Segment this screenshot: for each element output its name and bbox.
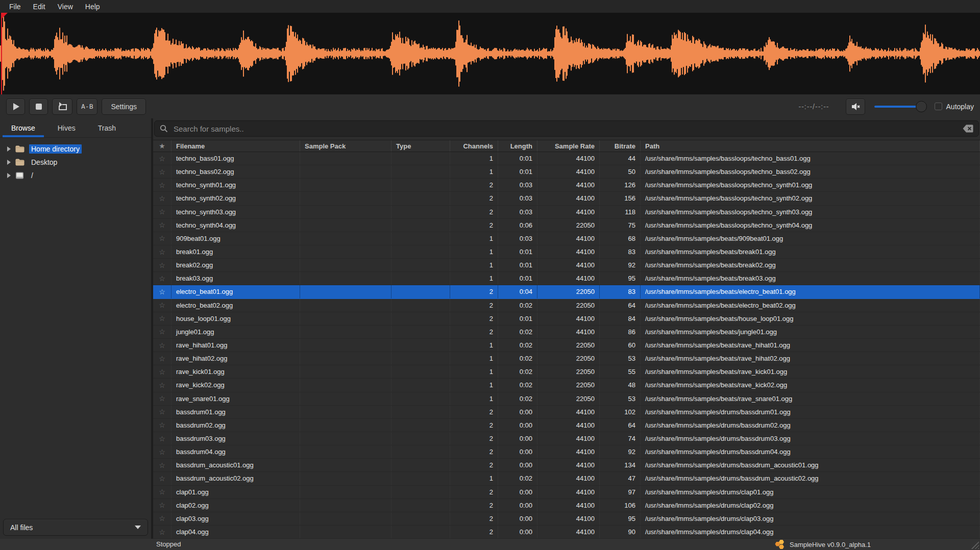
favorite-star-icon[interactable]: ☆ [153,499,172,512]
table-row[interactable]: ☆ bassdrum03.ogg 2 0:00 44100 74 /usr/sh… [153,432,980,445]
table-row[interactable]: ☆ clap03.ogg 2 0:00 44100 95 /usr/share/… [153,512,980,526]
tab-trash[interactable]: Trash [87,118,127,137]
column-header-bitrate[interactable]: Bitrate [600,140,641,152]
table-row[interactable]: ☆ rave_kick02.ogg 1 0:02 22050 48 /usr/s… [153,379,980,392]
favorite-star-icon[interactable]: ☆ [153,392,172,405]
table-row[interactable]: ☆ jungle01.ogg 2 0:02 44100 86 /usr/shar… [153,326,980,339]
favorite-star-icon[interactable]: ☆ [153,526,172,538]
column-header-length[interactable]: Length [498,140,537,152]
favorite-star-icon[interactable]: ☆ [153,486,172,498]
table-row[interactable]: ☆ clap02.ogg 2 0:00 44100 106 /usr/share… [153,499,980,512]
table-row[interactable]: ☆ bassdrum_acoustic01.ogg 2 0:00 44100 1… [153,459,980,472]
mute-button[interactable] [846,98,865,115]
table-row[interactable]: ☆ break03.ogg 1 0:01 44100 95 /usr/share… [153,272,980,285]
table-row[interactable]: ☆ break02.ogg 1 0:01 44100 92 /usr/share… [153,259,980,272]
volume-slider-thumb[interactable] [916,101,927,112]
table-row[interactable]: ☆ techno_synth04.ogg 2 0:06 22050 75 /us… [153,219,980,232]
favorite-star-icon[interactable]: ☆ [153,419,172,432]
menu-edit[interactable]: Edit [27,2,52,12]
table-row[interactable]: ☆ clap01.ogg 2 0:00 44100 97 /usr/share/… [153,486,980,499]
tab-browse[interactable]: Browse [0,118,46,137]
tab-hives[interactable]: Hives [46,118,87,137]
tree-item-home[interactable]: Home directory [0,142,151,156]
favorite-star-icon[interactable]: ☆ [153,285,172,298]
cell-type [391,365,450,378]
favorite-star-icon[interactable]: ☆ [153,152,172,165]
favorite-star-icon[interactable]: ☆ [153,445,172,458]
favorite-star-icon[interactable]: ☆ [153,472,172,485]
tree-item-root[interactable]: / [0,169,151,182]
clear-search-icon[interactable] [963,124,973,133]
favorite-star-icon[interactable]: ☆ [153,339,172,352]
resize-grip[interactable] [970,541,979,549]
column-header-filename[interactable]: Filename [172,140,300,152]
cell-length: 0:00 [498,486,537,498]
cell-length: 0:01 [498,152,537,165]
loop-button[interactable] [52,98,72,115]
settings-button[interactable]: Settings [102,98,146,115]
favorite-star-icon[interactable]: ☆ [153,326,172,338]
menu-view[interactable]: View [52,2,79,12]
search-input[interactable] [173,124,958,134]
table-row[interactable]: ☆ techno_bass01.ogg 1 0:01 44100 44 /usr… [153,152,980,165]
search-bar[interactable] [154,120,979,137]
cell-type [391,352,450,365]
column-header-type[interactable]: Type [391,140,450,152]
table-row[interactable]: ☆ rave_hihat02.ogg 1 0:02 22050 53 /usr/… [153,352,980,365]
column-header-sample-pack[interactable]: Sample Pack [300,140,391,152]
favorite-star-icon[interactable]: ☆ [153,352,172,365]
waveform-panel[interactable] [0,13,980,94]
expander-icon[interactable] [7,173,11,178]
expander-icon[interactable] [7,160,11,165]
autoplay-checkbox[interactable] [935,103,942,110]
cell-sample-rate: 44100 [537,512,600,525]
favorite-star-icon[interactable]: ☆ [153,312,172,325]
table-row[interactable]: ☆ house_loop01.ogg 2 0:01 44100 84 /usr/… [153,312,980,326]
table-row[interactable]: ☆ techno_synth01.ogg 2 0:03 44100 126 /u… [153,179,980,192]
table-row[interactable]: ☆ electro_beat02.ogg 2 0:02 22050 64 /us… [153,299,980,312]
favorite-star-icon[interactable]: ☆ [153,206,172,218]
ab-repeat-button[interactable]: A-B [77,98,97,115]
table-row[interactable]: ☆ bassdrum_acoustic02.ogg 1 0:02 44100 4… [153,472,980,485]
column-header-path[interactable]: Path [641,140,980,152]
file-filter-dropdown[interactable]: All files [3,519,148,536]
menu-help[interactable]: Help [79,2,106,12]
favorite-star-icon[interactable]: ☆ [153,459,172,471]
table-row[interactable]: ☆ electro_beat01.ogg 2 0:04 22050 83 /us… [153,285,980,298]
favorite-star-icon[interactable]: ☆ [153,432,172,445]
table-row[interactable]: ☆ rave_hihat01.ogg 1 0:02 22050 60 /usr/… [153,339,980,352]
column-header-channels[interactable]: Channels [450,140,498,152]
table-row[interactable]: ☆ bassdrum02.ogg 2 0:00 44100 64 /usr/sh… [153,419,980,432]
stop-button[interactable] [29,98,48,115]
favorite-star-icon[interactable]: ☆ [153,219,172,232]
table-row[interactable]: ☆ techno_synth03.ogg 2 0:03 44100 118 /u… [153,206,980,219]
volume-slider[interactable] [874,101,925,112]
table-row[interactable]: ☆ bassdrum04.ogg 2 0:00 44100 92 /usr/sh… [153,445,980,459]
table-row[interactable]: ☆ break01.ogg 1 0:01 44100 83 /usr/share… [153,245,980,259]
table-row[interactable]: ☆ clap04.ogg 2 0:00 44100 90 /usr/share/… [153,526,980,539]
expander-icon[interactable] [7,146,11,152]
table-row[interactable]: ☆ 909beat01.ogg 1 0:03 44100 68 /usr/sha… [153,232,980,245]
table-row[interactable]: ☆ rave_kick01.ogg 1 0:02 22050 55 /usr/s… [153,365,980,379]
tree-item-desktop[interactable]: Desktop [0,156,151,169]
favorite-star-icon[interactable]: ☆ [153,245,172,258]
favorite-star-icon[interactable]: ☆ [153,512,172,525]
favorite-star-icon[interactable]: ☆ [153,272,172,285]
menu-file[interactable]: File [3,2,27,12]
table-row[interactable]: ☆ techno_bass02.ogg 1 0:01 44100 50 /usr… [153,165,980,179]
favorite-star-icon[interactable]: ☆ [153,259,172,271]
column-header-sample-rate[interactable]: Sample Rate [537,140,600,152]
table-row[interactable]: ☆ techno_synth02.ogg 2 0:03 44100 156 /u… [153,192,980,205]
favorite-star-icon[interactable]: ☆ [153,165,172,178]
table-row[interactable]: ☆ rave_snare01.ogg 1 0:02 22050 53 /usr/… [153,392,980,406]
favorite-star-icon[interactable]: ☆ [153,379,172,391]
favorite-star-icon[interactable]: ☆ [153,179,172,191]
favorite-star-icon[interactable]: ☆ [153,232,172,245]
favorite-star-icon[interactable]: ☆ [153,299,172,312]
favorite-star-icon[interactable]: ☆ [153,406,172,418]
favorite-star-icon[interactable]: ☆ [153,365,172,378]
table-row[interactable]: ☆ bassdrum01.ogg 2 0:00 44100 102 /usr/s… [153,406,980,419]
play-button[interactable] [6,98,25,115]
column-header-favorite[interactable]: ★ [153,140,172,152]
favorite-star-icon[interactable]: ☆ [153,192,172,205]
